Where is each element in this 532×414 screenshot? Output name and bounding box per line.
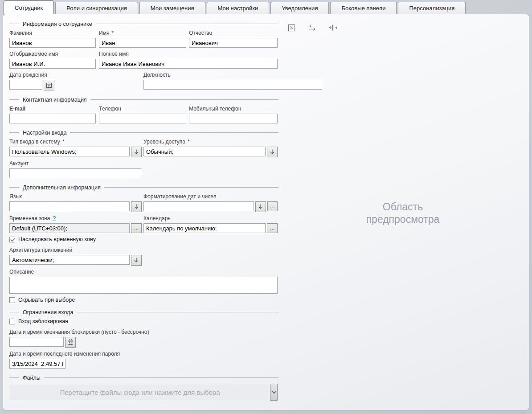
calendar-input[interactable] bbox=[143, 223, 266, 233]
mobile-phone-input[interactable] bbox=[189, 114, 278, 123]
language-label: Язык bbox=[9, 193, 142, 200]
login-blocked-checkbox-row[interactable]: Вход заблокирован bbox=[9, 318, 278, 324]
tab-notifications[interactable]: Уведомления bbox=[270, 2, 329, 14]
login-blocked-checkbox[interactable] bbox=[9, 319, 15, 324]
split-horizontal-icon bbox=[329, 23, 338, 32]
time-zone-ellipsis-button[interactable]: … bbox=[131, 223, 142, 233]
app-architecture-dropdown-button[interactable] bbox=[131, 255, 142, 266]
section-contact-info: Контактная информация E-mail Телефон Моб… bbox=[9, 96, 278, 123]
access-level-label: Уровень доступа* bbox=[143, 139, 278, 145]
full-name-input[interactable] bbox=[99, 59, 278, 69]
section-header: Файлы bbox=[9, 374, 278, 381]
middle-name-label: Отчество bbox=[189, 30, 278, 36]
phone-input[interactable] bbox=[99, 114, 186, 123]
svg-text:31: 31 bbox=[47, 85, 51, 88]
file-drop-expand-button[interactable] bbox=[270, 384, 278, 401]
hide-on-select-checkbox-row[interactable]: Скрывать при выборе bbox=[9, 297, 278, 303]
tab-roles-sync[interactable]: Роли и синхронизация bbox=[55, 2, 138, 14]
section-title: Файлы bbox=[23, 375, 41, 381]
time-zone-label: Временная зона? bbox=[9, 215, 142, 221]
required-mark: * bbox=[111, 30, 114, 36]
email-label: E-mail bbox=[9, 106, 96, 112]
birth-date-calendar-button[interactable]: 31 bbox=[44, 80, 54, 90]
login-blocked-label: Вход заблокирован bbox=[18, 318, 68, 324]
account-input[interactable] bbox=[9, 168, 141, 178]
calendar-ellipsis-button[interactable]: … bbox=[267, 223, 278, 233]
language-dropdown-button[interactable] bbox=[131, 201, 142, 212]
description-label: Описание bbox=[9, 269, 278, 275]
tab-personalization[interactable]: Персонализация bbox=[398, 2, 466, 14]
section-additional-info: Дополнительная информация Язык Форматиро… bbox=[9, 184, 278, 303]
file-drop-hint: Перетащите файлы сюда или нажмите для вы… bbox=[60, 389, 220, 396]
email-input[interactable] bbox=[9, 114, 96, 123]
arrow-down-icon bbox=[133, 257, 139, 263]
tab-employee[interactable]: Сотрудник bbox=[4, 0, 54, 14]
display-name-label: Отображаемое имя bbox=[9, 51, 96, 57]
date-format-label: Форматирование дат и чисел bbox=[143, 193, 278, 200]
inherit-time-zone-checkbox[interactable] bbox=[9, 237, 15, 242]
arrow-down-icon bbox=[133, 149, 139, 155]
date-format-input[interactable] bbox=[143, 201, 254, 211]
tab-side-panels[interactable]: Боковые панели bbox=[330, 2, 397, 14]
time-zone-help-link[interactable]: ? bbox=[53, 215, 56, 221]
tab-my-substitutions[interactable]: Мои замещения bbox=[139, 2, 205, 14]
middle-name-input[interactable] bbox=[189, 38, 278, 48]
required-mark: * bbox=[62, 139, 65, 145]
login-type-label: Тип входа в систему* bbox=[9, 139, 142, 145]
hide-on-select-checkbox[interactable] bbox=[9, 297, 15, 303]
swap-panels-button[interactable] bbox=[308, 23, 317, 32]
language-input[interactable] bbox=[9, 201, 130, 211]
section-title: Контактная информация bbox=[23, 97, 87, 103]
section-header: Дополнительная информация bbox=[9, 184, 278, 191]
arrow-down-icon bbox=[133, 204, 139, 210]
first-name-input[interactable] bbox=[99, 38, 186, 48]
hide-on-select-label: Скрывать при выборе bbox=[18, 297, 75, 303]
login-type-input[interactable] bbox=[9, 147, 130, 156]
last-name-label: Фамилия bbox=[9, 30, 96, 36]
tab-my-settings[interactable]: Мои настройки bbox=[207, 2, 270, 14]
preview-pane: Область предпросмотра bbox=[278, 14, 528, 409]
first-name-label: Имя* bbox=[99, 30, 186, 36]
last-name-input[interactable] bbox=[9, 38, 96, 48]
app-architecture-label: Архитектура приложений bbox=[9, 247, 142, 253]
section-title: Настройки входа bbox=[23, 130, 66, 136]
close-preview-button[interactable] bbox=[287, 23, 296, 32]
preview-toolbar bbox=[278, 14, 528, 32]
content-panel: Информация о сотруднике Фамилия Имя* Отч… bbox=[3, 14, 529, 410]
app-architecture-input[interactable] bbox=[9, 255, 130, 265]
birth-date-input[interactable] bbox=[9, 80, 42, 90]
section-employee-info: Информация о сотруднике Фамилия Имя* Отч… bbox=[9, 20, 278, 90]
section-login-settings: Настройки входа Тип входа в систему* Уро… bbox=[9, 129, 278, 178]
split-horizontal-button[interactable] bbox=[329, 23, 338, 32]
description-textarea[interactable] bbox=[9, 277, 278, 294]
section-title: Ограничения входа bbox=[23, 309, 73, 316]
block-end-calendar-button[interactable]: 31 bbox=[65, 337, 76, 348]
password-changed-label: Дата и время последнего изменения пароля bbox=[9, 351, 65, 357]
login-type-dropdown-button[interactable] bbox=[131, 147, 142, 157]
full-name-label: Полное имя bbox=[99, 51, 278, 57]
svg-text:31: 31 bbox=[69, 342, 72, 345]
ellipsis-icon: … bbox=[270, 204, 275, 209]
date-format-ellipsis-button[interactable]: … bbox=[267, 201, 278, 211]
display-name-input[interactable] bbox=[9, 59, 96, 69]
calendar-label: Календарь bbox=[143, 215, 278, 221]
calendar-icon: 31 bbox=[67, 339, 74, 346]
section-header: Контактная информация bbox=[9, 96, 278, 103]
preview-placeholder-text: Область предпросмотра bbox=[354, 201, 452, 225]
arrow-down-icon bbox=[269, 149, 275, 155]
section-header: Настройки входа bbox=[9, 129, 278, 136]
employee-form: Информация о сотруднике Фамилия Имя* Отч… bbox=[9, 20, 278, 401]
access-level-input[interactable] bbox=[143, 147, 266, 156]
time-zone-input[interactable] bbox=[9, 223, 130, 233]
swap-panels-icon bbox=[308, 23, 317, 32]
ellipsis-icon: … bbox=[134, 226, 139, 231]
inherit-time-zone-checkbox-row[interactable]: Наследовать временную зону bbox=[9, 236, 278, 242]
date-format-dropdown-button[interactable] bbox=[255, 201, 266, 212]
account-label: Аккаунт bbox=[9, 160, 141, 167]
section-login-restrictions: Ограничения входа Вход заблокирован Дата… bbox=[9, 309, 278, 369]
file-drop-zone[interactable]: Перетащите файлы сюда или нажмите для вы… bbox=[9, 385, 270, 400]
access-level-dropdown-button[interactable] bbox=[267, 147, 278, 157]
password-changed-input bbox=[9, 359, 65, 369]
section-title: Информация о сотруднике bbox=[23, 21, 92, 27]
block-end-input[interactable] bbox=[9, 337, 64, 347]
